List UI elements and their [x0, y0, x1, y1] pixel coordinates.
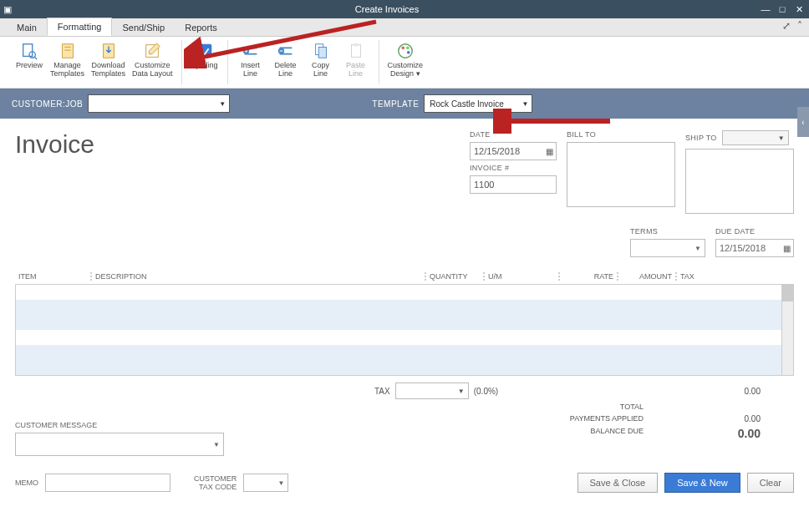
- scrollbar-thumb[interactable]: [782, 285, 793, 301]
- delete-line-icon: [277, 42, 295, 60]
- minimize-icon[interactable]: —: [759, 4, 772, 15]
- table-header: ITEM DESCRIPTION QUANTITY U/M RATE AMOUN…: [15, 269, 794, 284]
- total-label: TOTAL: [527, 403, 644, 411]
- manage-templates-button[interactable]: Manage Templates: [47, 40, 88, 80]
- bill-to-label: BILL TO: [567, 130, 675, 139]
- template-label: TEMPLATE: [372, 99, 419, 109]
- due-date-label: DUE DATE: [715, 227, 794, 236]
- ship-to-field[interactable]: [685, 149, 794, 214]
- tab-formatting[interactable]: Formatting: [47, 18, 113, 36]
- manage-templates-icon: [59, 42, 77, 60]
- ribbon: Preview Manage Templates Download Templa…: [0, 37, 809, 89]
- customer-message-dropdown[interactable]: ▼: [15, 433, 224, 456]
- customer-message-section: CUSTOMER MESSAGE ▼: [15, 421, 224, 456]
- clear-button[interactable]: Clear: [747, 473, 794, 493]
- svg-point-19: [399, 44, 413, 58]
- chevron-down-icon: ▼: [458, 388, 465, 395]
- customize-data-layout-button[interactable]: Customize Data Layout: [129, 40, 176, 80]
- customer-message-label: CUSTOMER MESSAGE: [15, 421, 97, 429]
- tax-dropdown[interactable]: ▼: [395, 383, 469, 399]
- svg-rect-8: [197, 44, 211, 58]
- calendar-icon[interactable]: ▦: [783, 244, 791, 253]
- bill-to-field[interactable]: [567, 142, 675, 207]
- customize-design-button[interactable]: Customize Design ▾: [384, 40, 427, 80]
- table-row[interactable]: [16, 285, 793, 300]
- svg-point-20: [401, 47, 404, 50]
- date-field[interactable]: 12/15/2018 ▦: [470, 142, 557, 160]
- collapse-ribbon-icon[interactable]: ˄: [797, 20, 802, 32]
- svg-rect-18: [354, 43, 359, 47]
- tab-reports[interactable]: Reports: [175, 19, 227, 36]
- invoice-number-label: INVOICE #: [470, 164, 557, 172]
- window-menu-icon[interactable]: ▣: [3, 4, 15, 15]
- customer-tax-code-dropdown[interactable]: ▼: [243, 474, 288, 492]
- chevron-down-icon: ▼: [522, 100, 528, 108]
- customer-job-label: CUSTOMER:JOB: [12, 99, 83, 109]
- chevron-down-icon: ▼: [695, 245, 701, 252]
- col-quantity: QUANTITY: [425, 272, 483, 281]
- copy-line-icon: [312, 42, 330, 60]
- line-items-table: ITEM DESCRIPTION QUANTITY U/M RATE AMOUN…: [15, 269, 794, 376]
- col-rate: RATE: [558, 272, 617, 281]
- table-row[interactable]: [16, 360, 793, 375]
- date-label: DATE: [470, 130, 557, 139]
- col-item: ITEM: [15, 272, 90, 281]
- table-row[interactable]: [16, 300, 793, 315]
- window-title: Create Invoices: [15, 4, 759, 14]
- spelling-icon: [196, 42, 214, 60]
- ship-to-dropdown[interactable]: ▼: [722, 130, 789, 145]
- scrollbar[interactable]: [781, 285, 793, 375]
- close-icon[interactable]: ✕: [792, 4, 806, 15]
- window-titlebar: ▣ Create Invoices — □ ✕: [0, 0, 809, 18]
- table-row[interactable]: [16, 315, 793, 330]
- insert-line-button[interactable]: Insert Line: [233, 40, 268, 80]
- save-new-button[interactable]: Save & New: [664, 473, 740, 493]
- customer-tax-code-label: CUSTOMER TAX CODE: [194, 474, 237, 491]
- fullscreen-icon[interactable]: ⤢: [782, 20, 791, 32]
- bottom-bar: MEMO CUSTOMER TAX CODE ▼ Save & Close Sa…: [15, 473, 794, 493]
- tab-sendship[interactable]: Send/Ship: [112, 19, 175, 36]
- due-date-field[interactable]: 12/15/2018 ▦: [715, 239, 794, 257]
- balance-due-label: BALANCE DUE: [527, 427, 644, 440]
- copy-line-button[interactable]: Copy Line: [303, 40, 338, 80]
- chevron-down-icon: ▼: [778, 134, 785, 142]
- svg-line-2: [34, 57, 37, 59]
- payments-applied-label: PAYMENTS APPLIED: [527, 414, 644, 423]
- svg-rect-0: [23, 44, 33, 57]
- svg-rect-16: [318, 47, 326, 58]
- memo-field[interactable]: [45, 474, 170, 492]
- delete-line-button[interactable]: Delete Line: [268, 40, 303, 80]
- maximize-icon[interactable]: □: [776, 4, 789, 15]
- download-templates-button[interactable]: Download Templates: [88, 40, 129, 80]
- svg-rect-17: [351, 45, 360, 58]
- table-row[interactable]: [16, 330, 793, 345]
- customer-template-bar: CUSTOMER:JOB ▼ TEMPLATE Rock Castle Invo…: [0, 89, 809, 119]
- chevron-down-icon: ▼: [213, 441, 220, 448]
- terms-dropdown[interactable]: ▼: [630, 239, 705, 257]
- customer-job-dropdown[interactable]: ▼: [88, 94, 230, 113]
- col-description: DESCRIPTION: [90, 272, 425, 281]
- save-close-button[interactable]: Save & Close: [577, 473, 659, 493]
- table-body[interactable]: [15, 284, 794, 376]
- download-templates-icon: [99, 42, 118, 60]
- invoice-number-field[interactable]: 1100: [470, 175, 557, 194]
- total-amount: [710, 403, 761, 411]
- template-value: Rock Castle Invoice: [430, 99, 503, 109]
- chevron-down-icon: ▼: [219, 100, 226, 108]
- ship-to-label: SHIP TO: [685, 134, 717, 142]
- invoice-form: Invoice DATE 12/15/2018 ▦ INVOICE # 1100…: [0, 119, 809, 532]
- calendar-icon[interactable]: ▦: [546, 147, 553, 156]
- table-row[interactable]: [16, 345, 793, 360]
- preview-button[interactable]: Preview: [12, 40, 47, 72]
- ribbon-tabbar: Main Formatting Send/Ship Reports ⤢ ˄: [0, 18, 809, 37]
- paste-line-button: Paste Line: [338, 40, 374, 80]
- chevron-down-icon: ▼: [277, 479, 284, 487]
- tax-pct: (0.0%): [474, 387, 498, 396]
- template-dropdown[interactable]: Rock Castle Invoice ▼: [424, 94, 532, 113]
- preview-icon: [20, 42, 38, 60]
- col-amount: AMOUNT: [617, 272, 675, 281]
- col-tax: TAX: [675, 272, 717, 281]
- tab-main[interactable]: Main: [7, 19, 47, 36]
- spelling-button[interactable]: Spelling: [187, 40, 222, 72]
- insert-line-icon: [242, 42, 260, 60]
